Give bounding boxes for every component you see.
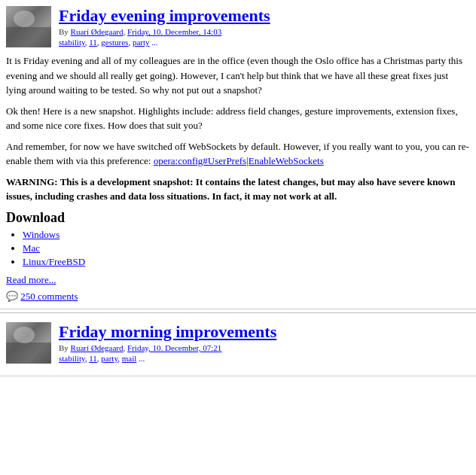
post-1-tag-11[interactable]: 11 bbox=[89, 38, 97, 47]
post-2-title[interactable]: Friday morning improvements bbox=[59, 322, 276, 341]
post-2-author[interactable]: Ruarí Ødegaard bbox=[71, 343, 124, 352]
post-1-tags-more: ... bbox=[151, 38, 157, 47]
download-windows[interactable]: Windows bbox=[23, 229, 60, 240]
post-1-title-block: Friday evening improvements By Ruarí Øde… bbox=[59, 6, 470, 47]
post-1-tag-gestures[interactable]: gestures bbox=[101, 38, 128, 47]
post-1-author[interactable]: Ruarí Ødegaard bbox=[71, 27, 124, 36]
post-1-title[interactable]: Friday evening improvements bbox=[59, 6, 270, 25]
post-1-para-2: Ok then! Here is a new snapshot. Highlig… bbox=[6, 104, 470, 133]
post-1-websockets-link[interactable]: opera:config#UserPrefs|EnableWebSockets bbox=[154, 155, 324, 166]
post-1-read-more[interactable]: Read more... bbox=[6, 274, 470, 286]
post-1-tags: stability, 11, gestures, party ... bbox=[59, 38, 470, 47]
post-1-tag-party[interactable]: party bbox=[133, 38, 150, 47]
post-1-header: Friday evening improvements By Ruarí Øde… bbox=[6, 6, 470, 47]
post-1-by: By bbox=[59, 27, 69, 36]
post-1-download: Download Windows Mac Linux/FreeBSD bbox=[6, 210, 470, 268]
list-item: Windows bbox=[23, 229, 470, 241]
post-2-tags: stability, 11, party, mail ... bbox=[59, 354, 470, 363]
post-2-tags-more: ... bbox=[139, 354, 145, 363]
post-2-thumbnail bbox=[6, 322, 51, 364]
list-item: Linux/FreeBSD bbox=[23, 256, 470, 268]
post-1-download-list: Windows Mac Linux/FreeBSD bbox=[6, 229, 470, 268]
post-1: Friday evening improvements By Ruarí Øde… bbox=[0, 0, 476, 309]
post-1-para-1: It is Friday evening and all of my colle… bbox=[6, 53, 470, 98]
post-2-tag-stability[interactable]: stability bbox=[59, 354, 85, 363]
list-item: Mac bbox=[23, 242, 470, 254]
post-1-para-3: And remember, for now we have switched o… bbox=[6, 139, 470, 169]
post-1-tag-stability[interactable]: stability bbox=[59, 38, 85, 47]
post-2-date[interactable]: Friday, 10. December, 07:21 bbox=[127, 343, 221, 352]
posts-divider bbox=[0, 312, 476, 313]
post-1-thumbnail bbox=[6, 6, 51, 47]
post-1-body: It is Friday evening and all of my colle… bbox=[6, 53, 470, 204]
post-2-meta: By Ruarí Ødegaard, Friday, 10. December,… bbox=[59, 343, 470, 352]
post-1-comment-icon: 💬 bbox=[6, 291, 18, 302]
post-1-download-heading: Download bbox=[6, 210, 470, 226]
post-2-title-block: Friday morning improvements By Ruarí Øde… bbox=[59, 322, 470, 363]
post-1-warning: WARNING: This is a development snapshot:… bbox=[6, 175, 470, 204]
download-mac[interactable]: Mac bbox=[23, 242, 40, 254]
post-2-by: By bbox=[59, 343, 69, 352]
post-2-tag-mail[interactable]: mail bbox=[122, 354, 137, 363]
post-2-tag-11[interactable]: 11 bbox=[89, 354, 97, 363]
post-2-header: Friday morning improvements By Ruarí Øde… bbox=[6, 322, 470, 364]
post-1-meta: By Ruarí Ødegaard, Friday, 10. December,… bbox=[59, 27, 470, 36]
post-1-comments-bar: 💬 250 comments bbox=[6, 291, 470, 303]
post-2-tag-party[interactable]: party bbox=[101, 354, 117, 363]
download-linux[interactable]: Linux/FreeBSD bbox=[23, 256, 85, 267]
post-1-comments-link[interactable]: 250 comments bbox=[20, 291, 78, 302]
post-1-date[interactable]: Friday, 10. December, 14:03 bbox=[127, 27, 221, 36]
post-2: Friday morning improvements By Ruarí Øde… bbox=[0, 316, 476, 376]
